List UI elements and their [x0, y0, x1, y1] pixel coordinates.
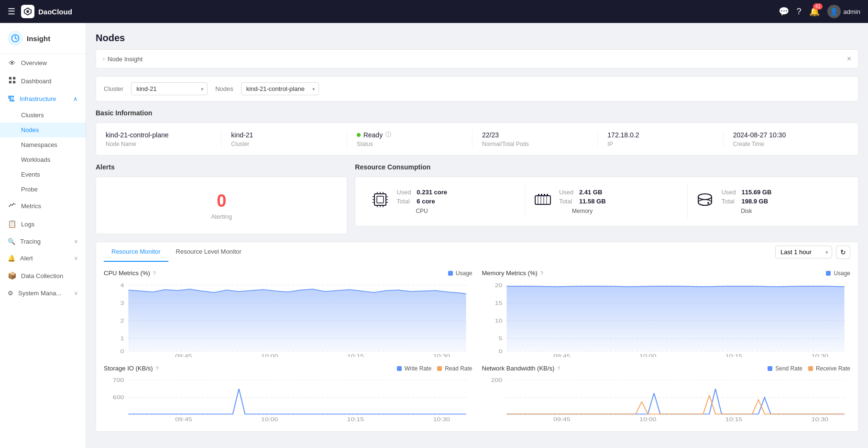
cluster-filter-label: Cluster [104, 85, 123, 92]
svg-text:10:00: 10:00 [639, 417, 657, 422]
nodes-select[interactable]: kind-21-control-plane [241, 82, 319, 95]
alert-label: Alerting [211, 213, 232, 220]
svg-rect-5 [9, 81, 11, 83]
cluster-select[interactable]: kind-21 [131, 82, 208, 95]
message-icon[interactable]: 💬 [779, 6, 789, 17]
sidebar-label-system-mana: System Mana... [18, 290, 61, 297]
svg-text:10:15: 10:15 [347, 417, 364, 422]
sidebar-item-clusters[interactable]: Clusters [0, 108, 86, 123]
bell-icon[interactable]: 🔔 41 [809, 6, 820, 17]
memory-total: 11.58 GB [579, 198, 606, 205]
info-node-name: kind-21-control-plane Node Name [106, 131, 221, 147]
storage-io-chart-header: Storage IO (KB/s) ? Write Rate Read Rate [104, 365, 472, 372]
data-collection-icon: 📦 [8, 271, 16, 280]
sidebar-item-data-collection[interactable]: 📦 Data Collection [0, 267, 86, 285]
sidebar: Insight 👁 Overview Dashboard 🏗 Infrastru… [0, 23, 86, 448]
resource-consumption-title: Resource Consumption [355, 163, 858, 171]
sidebar-item-probe[interactable]: Probe [0, 182, 86, 197]
time-select-wrapper: Last 1 hour Last 3 hours Last 6 hours La… [775, 246, 832, 258]
status-info-icon[interactable]: ⓘ [385, 131, 391, 139]
storage-io-chart-title: Storage IO (KB/s) ? [104, 365, 159, 372]
dashboard-icon [8, 77, 16, 85]
sidebar-label-data-collection: Data Collection [21, 272, 63, 280]
topbar: ☰ DaoCloud 💬 ? 🔔 41 👤 admin [0, 0, 868, 23]
sidebar-item-events[interactable]: Events [0, 167, 86, 182]
sidebar-item-workloads[interactable]: Workloads [0, 152, 86, 167]
sidebar-item-logs[interactable]: 📋 Logs [0, 215, 86, 233]
svg-text:10:15: 10:15 [725, 353, 742, 357]
cpu-chart-container: CPU Metrics (%) ? Usage [104, 269, 472, 357]
network-bandwidth-chart-header: Network Bandwidth (KB/s) ? Send Rate Rec… [482, 365, 851, 372]
filter-bar: Cluster kind-21 Nodes kind-21-control-pl… [96, 76, 858, 101]
tab-resource-level-monitor[interactable]: Resource Level Monitor [168, 242, 249, 262]
resource-item-memory: Used 2.41 GB Total 11.58 GB Memory [526, 185, 688, 218]
node-insight-chevron-icon: › [103, 56, 105, 62]
refresh-button[interactable]: ↻ [836, 246, 850, 259]
basic-info-card: kind-21-control-plane Node Name kind-21 … [96, 123, 858, 156]
sidebar-item-dashboard[interactable]: Dashboard [0, 72, 86, 90]
cpu-name: CPU [396, 208, 447, 214]
memory-chart-legend: Usage [826, 270, 850, 277]
cluster-select-wrapper: kind-21 [131, 82, 208, 95]
tabs-right: Last 1 hour Last 3 hours Last 6 hours La… [775, 246, 850, 259]
admin-user[interactable]: 👤 admin [827, 5, 860, 18]
sidebar-item-tracing[interactable]: 🔍 Tracing ∨ [0, 233, 86, 250]
resource-consumption-section: Resource Consumption [355, 163, 858, 234]
status-label: Status [357, 141, 462, 147]
resource-consumption-card: Used 0.231 core Total 6 core CPU [355, 177, 858, 226]
disk-icon [695, 190, 714, 213]
bottom-charts-grid: Storage IO (KB/s) ? Write Rate Read Rate [104, 365, 850, 424]
system-mana-chevron-icon: ∨ [74, 290, 78, 296]
help-icon[interactable]: ? [797, 7, 802, 17]
svg-rect-4 [13, 77, 15, 79]
pods-value: 22/23 [482, 131, 588, 139]
sidebar-item-alert[interactable]: 🔔 Alert ∨ [0, 250, 86, 267]
sidebar-item-overview[interactable]: 👁 Overview [0, 54, 86, 72]
memory-help-icon[interactable]: ? [540, 270, 543, 276]
memory-usage-dot [826, 271, 831, 276]
ip-value: 172.18.0.2 [607, 131, 713, 139]
sidebar-item-namespaces[interactable]: Namespaces [0, 137, 86, 152]
alerts-card: 0 Alerting [96, 177, 347, 234]
svg-text:10:30: 10:30 [433, 353, 450, 357]
storage-help-icon[interactable]: ? [156, 366, 159, 371]
time-range-select[interactable]: Last 1 hour Last 3 hours Last 6 hours La… [775, 246, 832, 258]
svg-rect-21 [535, 196, 550, 204]
resource-item-disk: Used 115.69 GB Total 198.9 GB Disk [688, 185, 850, 218]
alerts-resource-section: Alerts 0 Alerting Resource Consumption [96, 163, 858, 234]
sidebar-label-tracing: Tracing [20, 238, 41, 245]
svg-text:09:45: 09:45 [175, 353, 192, 357]
svg-text:10:15: 10:15 [347, 353, 364, 357]
svg-text:20: 20 [494, 282, 502, 288]
tabs-bar: Resource Monitor Resource Level Monitor … [96, 242, 858, 262]
close-icon[interactable]: × [847, 55, 851, 63]
cpu-help-icon[interactable]: ? [153, 270, 156, 276]
tab-resource-monitor[interactable]: Resource Monitor [104, 242, 168, 262]
cpu-usage-dot [448, 271, 453, 276]
sidebar-item-metrics[interactable]: Metrics [0, 197, 86, 215]
overview-icon: 👁 [8, 59, 16, 67]
nodes-select-wrapper: kind-21-control-plane [241, 82, 319, 95]
notification-badge: 41 [813, 3, 822, 10]
cpu-chart-title: CPU Metrics (%) ? [104, 269, 156, 277]
network-help-icon[interactable]: ? [557, 366, 560, 371]
sidebar-item-infrastructure[interactable]: 🏗 Infrastructure ∧ [0, 90, 86, 108]
sidebar-item-system-mana[interactable]: ⚙ System Mana... ∨ [0, 285, 86, 302]
nodes-filter-label: Nodes [215, 85, 233, 92]
hamburger-icon[interactable]: ☰ [8, 6, 15, 17]
tracing-icon: 🔍 [8, 238, 15, 245]
resource-item-cpu: Used 0.231 core Total 6 core CPU [363, 185, 526, 218]
svg-rect-29 [547, 194, 548, 196]
svg-point-30 [698, 194, 712, 200]
node-insight-label: › Node Insight [103, 56, 143, 63]
info-cluster: kind-21 Cluster [221, 131, 347, 147]
network-bandwidth-chart-area: 200 09:45 10:00 10:15 10:30 [482, 376, 851, 424]
svg-rect-6 [13, 81, 15, 83]
create-time-label: Create Time [733, 141, 839, 147]
send-rate-dot [768, 366, 772, 371]
alert-chevron-icon: ∨ [74, 255, 78, 261]
sidebar-item-nodes[interactable]: Nodes [0, 123, 86, 137]
sidebar-label-logs: Logs [21, 221, 34, 228]
svg-rect-3 [9, 77, 11, 79]
memory-name: Memory [559, 208, 606, 214]
